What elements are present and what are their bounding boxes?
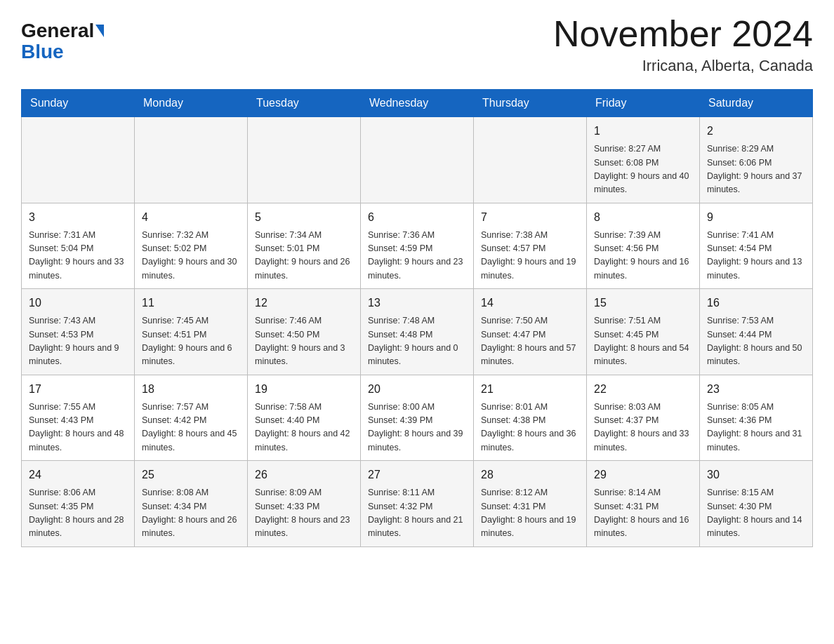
day-number: 4 — [142, 209, 240, 226]
day-number: 2 — [707, 123, 805, 140]
day-number: 21 — [481, 381, 579, 398]
week-row-5: 24Sunrise: 8:06 AM Sunset: 4:35 PM Dayli… — [22, 461, 813, 547]
calendar-cell: 3Sunrise: 7:31 AM Sunset: 5:04 PM Daylig… — [22, 203, 135, 289]
weekday-header-row: Sunday Monday Tuesday Wednesday Thursday… — [22, 90, 813, 117]
day-info: Sunrise: 7:31 AM Sunset: 5:04 PM Dayligh… — [29, 229, 127, 283]
day-number: 26 — [255, 467, 353, 483]
day-number: 1 — [594, 123, 692, 140]
calendar-cell: 17Sunrise: 7:55 AM Sunset: 4:43 PM Dayli… — [22, 375, 135, 461]
calendar-cell: 19Sunrise: 7:58 AM Sunset: 4:40 PM Dayli… — [248, 375, 361, 461]
day-number: 15 — [594, 295, 692, 311]
day-info: Sunrise: 8:11 AM Sunset: 4:32 PM Dayligh… — [368, 486, 466, 541]
day-info: Sunrise: 7:43 AM Sunset: 4:53 PM Dayligh… — [29, 314, 127, 369]
calendar-cell: 30Sunrise: 8:15 AM Sunset: 4:30 PM Dayli… — [700, 461, 813, 547]
day-number: 16 — [707, 295, 805, 311]
calendar-cell: 9Sunrise: 7:41 AM Sunset: 4:54 PM Daylig… — [700, 203, 813, 289]
day-info: Sunrise: 8:27 AM Sunset: 6:08 PM Dayligh… — [594, 142, 692, 197]
calendar-cell: 4Sunrise: 7:32 AM Sunset: 5:02 PM Daylig… — [135, 203, 248, 289]
day-info: Sunrise: 7:50 AM Sunset: 4:47 PM Dayligh… — [481, 314, 579, 369]
day-info: Sunrise: 7:34 AM Sunset: 5:01 PM Dayligh… — [255, 229, 353, 283]
day-number: 12 — [255, 295, 353, 311]
day-number: 30 — [707, 467, 805, 483]
header-thursday: Thursday — [474, 90, 587, 117]
day-info: Sunrise: 7:45 AM Sunset: 4:51 PM Dayligh… — [142, 314, 240, 369]
calendar-cell: 13Sunrise: 7:48 AM Sunset: 4:48 PM Dayli… — [361, 289, 474, 375]
calendar-cell: 16Sunrise: 7:53 AM Sunset: 4:44 PM Dayli… — [700, 289, 813, 375]
calendar-cell: 15Sunrise: 7:51 AM Sunset: 4:45 PM Dayli… — [587, 289, 700, 375]
day-info: Sunrise: 7:48 AM Sunset: 4:48 PM Dayligh… — [368, 314, 466, 369]
day-info: Sunrise: 7:57 AM Sunset: 4:42 PM Dayligh… — [142, 401, 240, 455]
calendar-cell: 27Sunrise: 8:11 AM Sunset: 4:32 PM Dayli… — [361, 461, 474, 547]
day-info: Sunrise: 8:06 AM Sunset: 4:35 PM Dayligh… — [29, 486, 127, 541]
location-subtitle: Irricana, Alberta, Canada — [553, 57, 813, 75]
day-number: 6 — [368, 209, 466, 226]
day-info: Sunrise: 8:01 AM Sunset: 4:38 PM Dayligh… — [481, 401, 579, 455]
day-info: Sunrise: 7:53 AM Sunset: 4:44 PM Dayligh… — [707, 314, 805, 369]
day-number: 5 — [255, 209, 353, 226]
header-monday: Monday — [135, 90, 248, 117]
day-number: 27 — [368, 467, 466, 483]
logo: General Blue — [21, 14, 104, 63]
day-number: 18 — [142, 381, 240, 398]
day-number: 9 — [707, 209, 805, 226]
day-number: 24 — [29, 467, 127, 483]
calendar-cell: 1Sunrise: 8:27 AM Sunset: 6:08 PM Daylig… — [587, 117, 700, 203]
month-year-title: November 2024 — [553, 14, 813, 54]
calendar-cell: 26Sunrise: 8:09 AM Sunset: 4:33 PM Dayli… — [248, 461, 361, 547]
day-info: Sunrise: 7:46 AM Sunset: 4:50 PM Dayligh… — [255, 314, 353, 369]
logo-triangle-icon — [95, 25, 104, 37]
calendar-cell: 23Sunrise: 8:05 AM Sunset: 4:36 PM Dayli… — [700, 375, 813, 461]
day-info: Sunrise: 8:03 AM Sunset: 4:37 PM Dayligh… — [594, 401, 692, 455]
day-number: 20 — [368, 381, 466, 398]
day-info: Sunrise: 8:12 AM Sunset: 4:31 PM Dayligh… — [481, 486, 579, 541]
calendar-cell: 29Sunrise: 8:14 AM Sunset: 4:31 PM Dayli… — [587, 461, 700, 547]
day-info: Sunrise: 7:39 AM Sunset: 4:56 PM Dayligh… — [594, 229, 692, 283]
week-row-2: 3Sunrise: 7:31 AM Sunset: 5:04 PM Daylig… — [22, 203, 813, 289]
day-number: 8 — [594, 209, 692, 226]
day-info: Sunrise: 8:05 AM Sunset: 4:36 PM Dayligh… — [707, 401, 805, 455]
day-info: Sunrise: 7:38 AM Sunset: 4:57 PM Dayligh… — [481, 229, 579, 283]
calendar-cell: 10Sunrise: 7:43 AM Sunset: 4:53 PM Dayli… — [22, 289, 135, 375]
header-saturday: Saturday — [700, 90, 813, 117]
day-info: Sunrise: 7:32 AM Sunset: 5:02 PM Dayligh… — [142, 229, 240, 283]
calendar-cell: 6Sunrise: 7:36 AM Sunset: 4:59 PM Daylig… — [361, 203, 474, 289]
week-row-3: 10Sunrise: 7:43 AM Sunset: 4:53 PM Dayli… — [22, 289, 813, 375]
calendar-cell: 12Sunrise: 7:46 AM Sunset: 4:50 PM Dayli… — [248, 289, 361, 375]
day-info: Sunrise: 8:15 AM Sunset: 4:30 PM Dayligh… — [707, 486, 805, 541]
page-header: General Blue November 2024 Irricana, Alb… — [21, 14, 813, 75]
day-number: 23 — [707, 381, 805, 398]
day-info: Sunrise: 7:36 AM Sunset: 4:59 PM Dayligh… — [368, 229, 466, 283]
day-number: 28 — [481, 467, 579, 483]
calendar-cell: 5Sunrise: 7:34 AM Sunset: 5:01 PM Daylig… — [248, 203, 361, 289]
day-number: 13 — [368, 295, 466, 311]
calendar-cell: 28Sunrise: 8:12 AM Sunset: 4:31 PM Dayli… — [474, 461, 587, 547]
day-number: 14 — [481, 295, 579, 311]
calendar-cell: 7Sunrise: 7:38 AM Sunset: 4:57 PM Daylig… — [474, 203, 587, 289]
day-info: Sunrise: 7:55 AM Sunset: 4:43 PM Dayligh… — [29, 401, 127, 455]
week-row-1: 1Sunrise: 8:27 AM Sunset: 6:08 PM Daylig… — [22, 117, 813, 203]
calendar-cell — [22, 117, 135, 203]
day-number: 29 — [594, 467, 692, 483]
day-number: 17 — [29, 381, 127, 398]
day-number: 22 — [594, 381, 692, 398]
day-info: Sunrise: 8:09 AM Sunset: 4:33 PM Dayligh… — [255, 486, 353, 541]
day-number: 25 — [142, 467, 240, 483]
calendar-cell: 2Sunrise: 8:29 AM Sunset: 6:06 PM Daylig… — [700, 117, 813, 203]
calendar-cell: 11Sunrise: 7:45 AM Sunset: 4:51 PM Dayli… — [135, 289, 248, 375]
day-info: Sunrise: 8:29 AM Sunset: 6:06 PM Dayligh… — [707, 142, 805, 197]
header-tuesday: Tuesday — [248, 90, 361, 117]
logo-general-text: General — [21, 21, 94, 41]
title-area: November 2024 Irricana, Alberta, Canada — [553, 14, 813, 75]
header-wednesday: Wednesday — [361, 90, 474, 117]
day-info: Sunrise: 7:51 AM Sunset: 4:45 PM Dayligh… — [594, 314, 692, 369]
calendar-cell: 14Sunrise: 7:50 AM Sunset: 4:47 PM Dayli… — [474, 289, 587, 375]
calendar-cell: 8Sunrise: 7:39 AM Sunset: 4:56 PM Daylig… — [587, 203, 700, 289]
calendar-cell: 25Sunrise: 8:08 AM Sunset: 4:34 PM Dayli… — [135, 461, 248, 547]
calendar-cell — [135, 117, 248, 203]
week-row-4: 17Sunrise: 7:55 AM Sunset: 4:43 PM Dayli… — [22, 375, 813, 461]
day-info: Sunrise: 8:08 AM Sunset: 4:34 PM Dayligh… — [142, 486, 240, 541]
calendar-cell: 24Sunrise: 8:06 AM Sunset: 4:35 PM Dayli… — [22, 461, 135, 547]
day-info: Sunrise: 8:14 AM Sunset: 4:31 PM Dayligh… — [594, 486, 692, 541]
day-info: Sunrise: 7:41 AM Sunset: 4:54 PM Dayligh… — [707, 229, 805, 283]
calendar-cell: 18Sunrise: 7:57 AM Sunset: 4:42 PM Dayli… — [135, 375, 248, 461]
